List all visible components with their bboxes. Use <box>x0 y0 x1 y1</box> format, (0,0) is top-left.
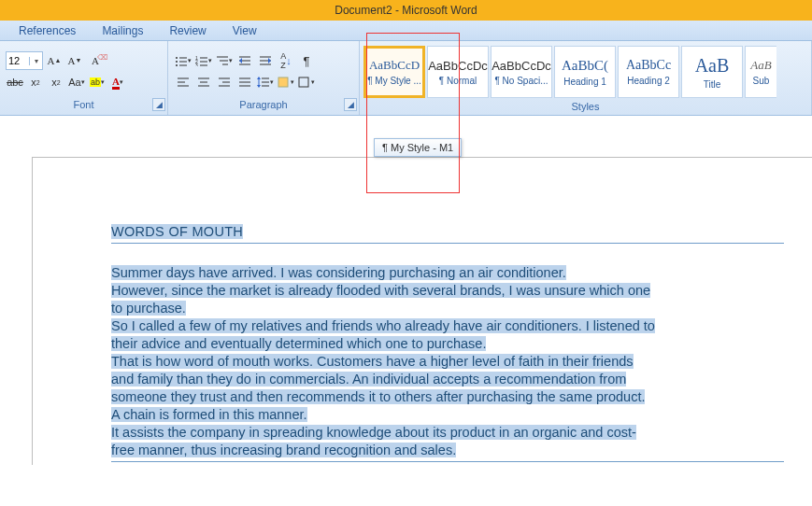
doc-line[interactable]: their advice and eventually determined w… <box>111 336 486 351</box>
doc-title[interactable]: WORDS OF MOUTH <box>111 224 243 239</box>
svg-point-4 <box>176 64 178 66</box>
superscript-button[interactable]: x2 <box>47 73 65 91</box>
doc-line[interactable]: free manner, thus increasing brand recog… <box>111 443 456 457</box>
document-content[interactable]: WORDS OF MOUTH Summer days have arrived.… <box>111 223 784 462</box>
shading-button[interactable]: ▾ <box>277 73 295 91</box>
style-normal[interactable]: AaBbCcDc ¶ Normal <box>427 46 489 98</box>
document-area[interactable]: WORDS OF MOUTH Summer days have arrived.… <box>0 116 812 506</box>
doc-line[interactable]: It assists the company in spreading know… <box>111 425 636 440</box>
bullets-button[interactable]: ▾ <box>174 51 192 70</box>
paragraph-dialog-launcher[interactable]: ◢ <box>344 98 357 111</box>
bottom-underline <box>111 461 784 462</box>
svg-marker-39 <box>257 77 261 79</box>
tab-view[interactable]: View <box>233 24 257 37</box>
document-page[interactable]: WORDS OF MOUTH Summer days have arrived.… <box>32 157 812 465</box>
doc-line[interactable]: Summer days have arrived. I was consider… <box>111 265 566 280</box>
svg-text:3: 3 <box>195 63 198 66</box>
doc-line[interactable]: and family than they do in commercials. … <box>111 372 626 387</box>
tab-mailings[interactable]: Mailings <box>102 24 143 37</box>
subscript-button[interactable]: x2 <box>26 73 45 91</box>
chevron-down-icon: ▾ <box>29 57 42 65</box>
borders-button[interactable]: ▾ <box>297 73 316 91</box>
doc-line[interactable]: However, since the market is already flo… <box>111 283 650 298</box>
increase-indent-button[interactable] <box>256 51 275 70</box>
styles-group: AaBbCcD ¶ My Style ... AaBbCcDc ¶ Normal… <box>360 41 812 115</box>
svg-marker-18 <box>239 58 242 63</box>
tab-references[interactable]: References <box>19 24 76 37</box>
window-title: Document2 - Microsoft Word <box>335 4 477 17</box>
style-heading-1[interactable]: AaBbC( Heading 1 <box>554 46 616 98</box>
numbering-button[interactable]: 123▾ <box>194 51 213 70</box>
change-case-button[interactable]: Aa▾ <box>67 73 86 91</box>
svg-point-2 <box>176 61 178 63</box>
style-my-style[interactable]: AaBbCcD ¶ My Style ... <box>363 46 425 98</box>
style-heading-2[interactable]: AaBbCc Heading 2 <box>618 46 679 98</box>
font-color-button[interactable]: A▾ <box>108 73 127 91</box>
window-title-bar: Document2 - Microsoft Word <box>0 0 812 21</box>
ribbon: 12▾ A▲ A▼ A⌫ abc x2 x2 Aa▾ ab▾ A▾ Font ◢ <box>0 41 812 116</box>
paragraph-group: ▾ 123▾ ▾ AZ↓ ¶ ▾ ▾ ▾ <box>168 41 360 115</box>
svg-rect-41 <box>278 77 288 87</box>
tab-review[interactable]: Review <box>169 24 206 37</box>
line-spacing-button[interactable]: ▾ <box>256 73 275 91</box>
grow-font-button[interactable]: A▲ <box>45 51 64 70</box>
align-left-button[interactable] <box>174 73 192 91</box>
font-dialog-launcher[interactable]: ◢ <box>152 98 165 111</box>
font-group: 12▾ A▲ A▼ A⌫ abc x2 x2 Aa▾ ab▾ A▾ Font ◢ <box>0 41 168 115</box>
doc-line[interactable]: someone they trust and then recommends i… <box>111 389 645 404</box>
highlight-button[interactable]: ab▾ <box>88 73 107 91</box>
style-gallery: AaBbCcD ¶ My Style ... AaBbCcDc ¶ Normal… <box>362 44 778 100</box>
clear-formatting-button[interactable]: A⌫ <box>86 51 105 70</box>
sort-button[interactable]: AZ↓ <box>277 51 295 70</box>
style-title[interactable]: AaB Title <box>681 46 743 98</box>
doc-line[interactable]: A chain is formed in this manner. <box>111 407 307 422</box>
title-underline <box>111 243 784 244</box>
svg-marker-40 <box>257 85 261 88</box>
justify-button[interactable] <box>235 73 254 91</box>
paragraph-group-label: Paragraph ◢ <box>168 98 359 115</box>
ribbon-tabs: References Mailings Review View <box>0 21 812 41</box>
svg-rect-42 <box>299 77 308 87</box>
styles-group-label: Styles <box>360 100 811 115</box>
multilevel-list-button[interactable]: ▾ <box>215 51 234 70</box>
show-hide-button[interactable]: ¶ <box>297 51 316 70</box>
doc-line[interactable]: to purchase. <box>111 301 186 316</box>
style-no-spacing[interactable]: AaBbCcDc ¶ No Spaci... <box>491 46 552 98</box>
align-center-button[interactable] <box>194 73 213 91</box>
doc-line[interactable]: That is how word of mouth works. Custome… <box>111 354 634 369</box>
doc-line[interactable]: So I called a few of my relatives and fr… <box>111 318 655 333</box>
style-subtitle[interactable]: AaB Sub <box>745 46 776 98</box>
decrease-indent-button[interactable] <box>235 51 254 70</box>
font-size-combo[interactable]: 12▾ <box>6 51 43 70</box>
style-tooltip: ¶ My Style - M1 <box>374 138 462 157</box>
align-right-button[interactable] <box>215 73 234 91</box>
svg-marker-22 <box>268 58 271 63</box>
font-group-label: Font ◢ <box>0 98 167 115</box>
shrink-font-button[interactable]: A▼ <box>65 51 84 70</box>
svg-point-0 <box>176 57 178 59</box>
strikethrough-button[interactable]: abc <box>6 73 24 91</box>
